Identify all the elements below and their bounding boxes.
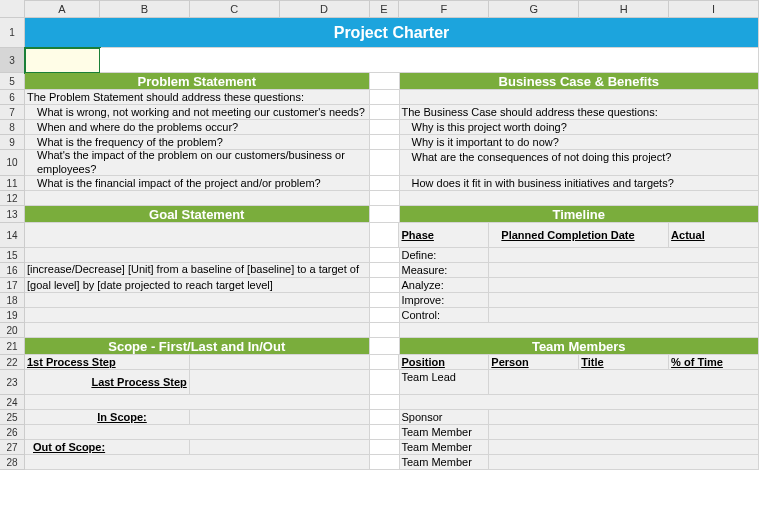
- row-header-14[interactable]: 14: [0, 223, 25, 248]
- row-header-26[interactable]: 26: [0, 425, 25, 440]
- timeline-improve[interactable]: Improve:: [400, 293, 490, 308]
- business-q2: Why is it important to do now?: [400, 135, 760, 150]
- row-header-17[interactable]: 17: [0, 278, 25, 293]
- timeline-define[interactable]: Define:: [400, 248, 490, 263]
- row-header-7[interactable]: 7: [0, 105, 25, 120]
- goal-line1: [increase/Decrease] [Unit] from a baseli…: [25, 263, 370, 278]
- team-h-title: Title: [579, 355, 669, 370]
- problem-intro: The Problem Statement should address the…: [25, 90, 370, 105]
- row-header-18[interactable]: 18: [0, 293, 25, 308]
- business-blank: [400, 90, 760, 105]
- row-header-9[interactable]: 9: [0, 135, 25, 150]
- row-header-27[interactable]: 27: [0, 440, 25, 455]
- team-h-position: Position: [399, 355, 489, 370]
- col-header-B[interactable]: B: [100, 1, 190, 18]
- grid[interactable]: Project CharterProblem StatementBusiness…: [25, 18, 759, 470]
- row-header-5[interactable]: 5: [0, 73, 25, 90]
- row-header-25[interactable]: 25: [0, 410, 25, 425]
- col-header-D[interactable]: D: [280, 1, 370, 18]
- section-problem: Problem Statement: [25, 73, 370, 90]
- team-member-1[interactable]: Team Member: [400, 425, 490, 440]
- row-header-1[interactable]: 1: [0, 18, 25, 48]
- row-header-6[interactable]: 6: [0, 90, 25, 105]
- row-header-12[interactable]: 12: [0, 191, 25, 206]
- timeline-h-phase: Phase: [399, 223, 489, 248]
- business-q1: Why is this project worth doing?: [400, 120, 760, 135]
- section-goal: Goal Statement: [25, 206, 370, 223]
- row-headers: 1356789101112131415161718192021222324252…: [0, 18, 25, 470]
- row-header-20[interactable]: 20: [0, 323, 25, 338]
- team-h-time: % of Time: [669, 355, 759, 370]
- row-header-24[interactable]: 24: [0, 395, 25, 410]
- team-lead: Team Lead: [400, 370, 490, 395]
- col-header-C[interactable]: C: [190, 1, 280, 18]
- team-member-2[interactable]: Team Member: [400, 440, 490, 455]
- cell-A3[interactable]: [25, 48, 100, 73]
- team-sponsor[interactable]: Sponsor: [400, 410, 490, 425]
- spreadsheet: ABCDEFGHI 135678910111213141516171819202…: [0, 0, 759, 511]
- section-timeline: Timeline: [400, 206, 760, 223]
- goal-blank1[interactable]: [25, 223, 370, 248]
- problem-q5: What is the financial impact of the proj…: [25, 176, 370, 191]
- row-header-15[interactable]: 15: [0, 248, 25, 263]
- section-team: Team Members: [400, 338, 760, 355]
- business-intro: The Business Case should address these q…: [400, 105, 760, 120]
- row-header-28[interactable]: 28: [0, 455, 25, 470]
- row-header-23[interactable]: 23: [0, 370, 25, 395]
- column-headers: ABCDEFGHI: [25, 0, 759, 18]
- col-header-F[interactable]: F: [399, 1, 489, 18]
- row-header-13[interactable]: 13: [0, 206, 25, 223]
- business-q3: What are the consequences of not doing t…: [400, 150, 760, 176]
- row-header-3[interactable]: 3: [0, 48, 25, 73]
- row-header-19[interactable]: 19: [0, 308, 25, 323]
- section-business: Business Case & Benefits: [400, 73, 760, 90]
- timeline-analyze[interactable]: Analyze:: [400, 278, 490, 293]
- page-title: Project Charter: [25, 18, 759, 48]
- problem-q1: What is wrong, not working and not meeti…: [25, 105, 370, 120]
- problem-q4: What's the impact of the problem on our …: [25, 150, 370, 176]
- row-header-11[interactable]: 11: [0, 176, 25, 191]
- timeline-h-actual: Actual: [669, 223, 759, 248]
- col-header-E[interactable]: E: [370, 1, 400, 18]
- goal-line2: [goal level] by [date projected to reach…: [25, 278, 370, 293]
- row-header-22[interactable]: 22: [0, 355, 25, 370]
- col-header-H[interactable]: H: [579, 1, 669, 18]
- timeline-measure[interactable]: Measure:: [400, 263, 490, 278]
- problem-q2: When and where do the problems occur?: [25, 120, 370, 135]
- scope-in: In Scope:: [25, 410, 190, 425]
- timeline-control[interactable]: Control:: [400, 308, 490, 323]
- team-member-3[interactable]: Team Member: [400, 455, 490, 470]
- section-scope: Scope - First/Last and In/Out: [25, 338, 370, 355]
- col-header-I[interactable]: I: [669, 1, 759, 18]
- row-header-21[interactable]: 21: [0, 338, 25, 355]
- scope-first: 1st Process Step: [25, 355, 190, 370]
- timeline-h-planned: Planned Completion Date: [489, 223, 669, 248]
- col-header-G[interactable]: G: [489, 1, 579, 18]
- cell-row3[interactable]: [100, 48, 759, 73]
- problem-q3: What is the frequency of the problem?: [25, 135, 370, 150]
- scope-last: Last Process Step: [25, 370, 190, 395]
- business-q4: How does it fit in with business initiat…: [400, 176, 760, 191]
- row-header-8[interactable]: 8: [0, 120, 25, 135]
- team-h-person: Person: [489, 355, 579, 370]
- select-all-corner[interactable]: [0, 0, 25, 18]
- col-header-A[interactable]: A: [25, 1, 100, 18]
- row-header-16[interactable]: 16: [0, 263, 25, 278]
- row-header-10[interactable]: 10: [0, 150, 25, 176]
- scope-out: Out of Scope:: [25, 440, 190, 455]
